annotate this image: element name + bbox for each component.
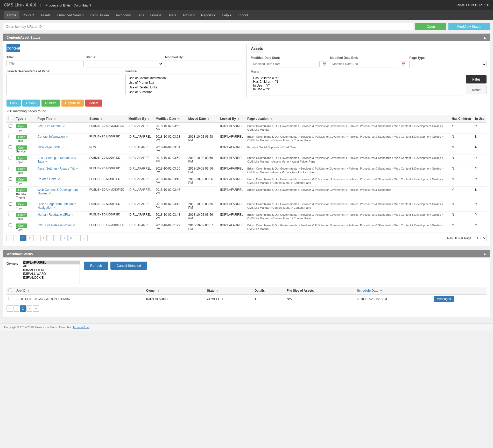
nav-help[interactable]: Help ▾ [219, 11, 235, 19]
content-asset-collapse-btn[interactable]: ▲ [483, 35, 487, 39]
row-checkbox-2[interactable] [9, 145, 12, 149]
wf-pagination-last[interactable]: » [33, 305, 39, 312]
row-open-btn-3[interactable]: Open [16, 156, 27, 160]
wf-col-state[interactable]: State ⇕ [205, 287, 252, 295]
owner-option-lafarrel[interactable]: IDIR\LAFARREL [23, 261, 80, 264]
delete-button[interactable]: Delete [85, 100, 102, 107]
row-checkbox-7[interactable] [9, 202, 12, 206]
owner-option-all[interactable]: All [23, 264, 80, 268]
status-select[interactable] [86, 60, 163, 67]
pagination-page-8[interactable]: 8 [68, 235, 75, 241]
nav-tags[interactable]: Tags [134, 11, 147, 19]
row-title-link-3[interactable]: Asset Settings - Metadata & Tags [38, 156, 76, 163]
mod-date-start-input[interactable] [251, 61, 320, 67]
row-open-btn-0[interactable]: Open [16, 124, 27, 128]
wf-col-details[interactable]: Details [252, 287, 285, 295]
unlock-button[interactable]: Unlock [22, 100, 40, 107]
row-checkbox-0[interactable] [9, 124, 12, 128]
wf-messages-btn-0[interactable]: Messages [434, 296, 454, 302]
col-header-page-title[interactable]: Page Title ⇕ [36, 115, 87, 123]
title-input[interactable] [6, 60, 84, 67]
pagination-page-1[interactable]: 1 [20, 235, 26, 241]
col-header-has-children[interactable]: Has Children [450, 115, 473, 123]
col-header-modified-date[interactable]: Modified Date ▼ [153, 115, 186, 123]
row-checkbox-9[interactable] [9, 223, 12, 227]
more-option-2[interactable]: Has Children = "N" [253, 80, 461, 83]
nav-groups[interactable]: Groups [147, 11, 165, 19]
col-header-checkbox[interactable] [6, 115, 14, 123]
nav-taxonomy[interactable]: Taxonomy [112, 11, 134, 19]
row-open-btn-2[interactable]: Open [16, 145, 27, 150]
row-open-btn-8[interactable]: Open [16, 213, 27, 217]
page-type-select[interactable] [409, 61, 487, 68]
nav-reports[interactable]: Reports ▾ [198, 11, 219, 19]
search-descendants-input[interactable] [6, 74, 123, 95]
reset-button[interactable]: Reset [466, 86, 487, 94]
mod-date-end-input[interactable] [330, 61, 399, 67]
wf-schedule-date-sort[interactable]: Schedule Date ▼ [357, 289, 382, 292]
workflow-status-button[interactable]: Workflow Status [448, 23, 490, 30]
url-input[interactable] [3, 23, 413, 30]
open-button[interactable]: Open [415, 23, 446, 30]
nav-users[interactable]: Users [164, 11, 179, 19]
pagination-page-4[interactable]: 4 [40, 235, 47, 241]
refresh-button[interactable]: Refresh [84, 262, 108, 270]
pagination-prev[interactable]: ‹ [13, 235, 19, 241]
more-select[interactable]: Has Children = "Y" Has Children = "N" In… [251, 75, 463, 95]
col-header-modified-by[interactable]: Modified By ⇕ [126, 115, 154, 123]
nav-content[interactable]: Content [19, 11, 38, 19]
row-title-link-0[interactable]: CMS Lite Manual [38, 124, 61, 128]
row-title-link-5[interactable]: Related Links [38, 177, 57, 181]
pagination-last[interactable]: » [81, 235, 88, 241]
row-checkbox-6[interactable] [9, 188, 12, 191]
wf-col-owner[interactable]: Owner ⇕ [144, 287, 205, 295]
modified-by-input[interactable]: IDIR\LAFARREL [165, 60, 242, 67]
col-header-moved-date[interactable]: Moved Date ⇕ [186, 115, 218, 123]
mod-date-start-cal-btn[interactable]: 📅 [321, 61, 328, 67]
publish-button[interactable]: Publish [41, 100, 60, 107]
feature-option-1[interactable]: Use of Contact Information [128, 76, 240, 80]
pagination-page-6[interactable]: 6 [54, 235, 61, 241]
row-checkbox-5[interactable] [9, 177, 12, 181]
row-title-link-2[interactable]: New Page_3031 [38, 145, 61, 149]
col-header-page-location[interactable]: Page Location ⇕ [245, 115, 450, 123]
pagination-page-7[interactable]: 7 [61, 235, 68, 241]
owner-select[interactable]: IDIR\LAFARREL All IDIR\ABORENHE IDIR\ALL… [23, 261, 80, 284]
row-checkbox-4[interactable] [9, 167, 12, 170]
pagination-next[interactable]: › [75, 235, 81, 241]
pagination-page-2[interactable]: 2 [26, 235, 33, 241]
nav-logout[interactable]: Logout [235, 11, 251, 19]
row-title-link-4[interactable]: Asset Settings - Usage Tab [38, 167, 75, 170]
row-checkbox-1[interactable] [9, 135, 12, 138]
wf-pagination-page-1[interactable]: 1 [20, 305, 26, 312]
more-option-4[interactable]: In Use = "N" [253, 87, 461, 91]
content-tab-button[interactable]: Content [6, 44, 20, 52]
feature-option-3[interactable]: Use of Related Links [128, 85, 240, 90]
workflow-collapse-btn[interactable]: ▲ [483, 252, 487, 256]
more-option-3[interactable]: In Use = "Y" [253, 84, 461, 87]
feature-option-2[interactable]: Use of Promo Box [128, 80, 240, 85]
nav-admin[interactable]: Admin ▾ [179, 11, 198, 19]
wf-pagination-next[interactable]: › [26, 305, 32, 312]
more-option-1[interactable]: Has Children = "Y" [253, 76, 461, 80]
wf-job-id-sort[interactable]: Job ID ⇕ [16, 289, 29, 292]
row-open-btn-5[interactable]: Open [16, 177, 27, 181]
pagination-first[interactable]: « [6, 235, 13, 241]
row-open-btn-6[interactable]: Open [16, 188, 27, 192]
wf-select-all-checkbox[interactable] [9, 289, 12, 292]
owner-option-alockie[interactable]: IDIR\ALOCKIE [23, 276, 80, 279]
province-selector[interactable]: Province of British Columbia ▼ [45, 3, 92, 7]
nav-home[interactable]: Home [4, 11, 19, 19]
row-title-link-1[interactable]: Contact Information [38, 135, 65, 138]
col-header-status[interactable]: Status ⇕ [87, 115, 126, 123]
owner-option-alliward[interactable]: IDIR\ALLIWARD [23, 272, 80, 276]
row-title-link-7[interactable]: Hide a Page from Left-Hand Navigation [38, 202, 76, 209]
pagination-page-5[interactable]: 5 [47, 235, 54, 241]
row-title-link-6[interactable]: Web Content & Development Guides [38, 188, 78, 195]
assets-tab-button[interactable]: Assets [251, 44, 263, 53]
mod-date-end-cal-btn[interactable]: 📅 [400, 61, 407, 67]
nav-form-builder[interactable]: Form Builder [87, 11, 112, 19]
row-open-btn-9[interactable]: Open [16, 223, 27, 228]
wf-pagination-first[interactable]: « [6, 305, 13, 312]
owner-option-aborenhe[interactable]: IDIR\ABORENHE [23, 268, 80, 272]
